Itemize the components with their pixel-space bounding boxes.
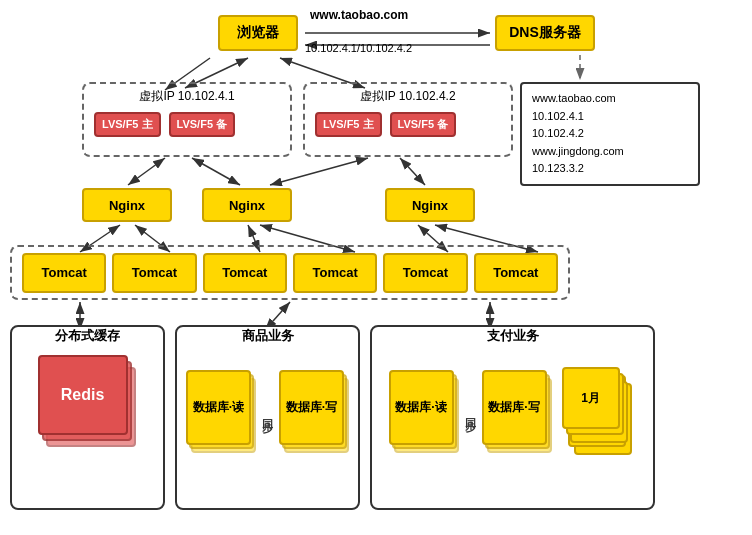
vip2-label: 虚拟IP 10.102.4.2 [360,88,455,105]
tomcat5-box: Tomcat [383,253,467,293]
tomcat1-box: Tomcat [22,253,106,293]
product-title: 商品业务 [177,327,358,345]
product-db-write-box: 数据库·写 [279,370,344,445]
dns-line2: 10.102.4.1 [532,108,688,126]
domain-label-top: www.taobao.com [310,8,408,22]
payment-section: 支付业务 数据库·读 同步 数据库·写 [370,325,655,510]
cache-section: 分布式缓存 Redis [10,325,165,510]
tomcat2-box: Tomcat [112,253,196,293]
redis-box: Redis [38,355,128,435]
lvs-backup2-box: LVS/F5 备 [390,112,457,137]
tomcat6-box: Tomcat [474,253,558,293]
nginx3-box: Nginx [385,188,475,222]
payment-db-read-box: 数据库·读 [389,370,454,445]
nginx1-box: Nginx [82,188,172,222]
dns-line3: 10.102.4.2 [532,125,688,143]
dns-line5: 10.123.3.2 [532,160,688,178]
browser-label: 浏览器 [237,24,279,42]
payment-title: 支付业务 [372,327,653,345]
product-sync-label: 同步 [260,411,275,415]
payment-db-write-box: 数据库·写 [482,370,547,445]
vip1-label: 虚拟IP 10.102.4.1 [139,88,234,105]
svg-line-13 [400,158,425,185]
tomcat3-box: Tomcat [203,253,287,293]
dns-line4: www.jingdong.com [532,143,688,161]
svg-line-11 [192,158,240,185]
browser-box: 浏览器 [218,15,298,51]
vip1-group: 虚拟IP 10.102.4.1 LVS/F5 主 LVS/F5 备 [82,82,292,157]
payment-month-1-box: 1月 [562,367,620,429]
payment-sync-label: 同步 [463,410,478,414]
lvs-backup1-box: LVS/F5 备 [169,112,236,137]
tomcat4-box: Tomcat [293,253,377,293]
svg-line-12 [270,158,368,185]
dns-server-label: DNS服务器 [509,24,581,42]
lvs-main2-box: LVS/F5 主 [315,112,382,137]
dns-server-box: DNS服务器 [495,15,595,51]
vip2-group: 虚拟IP 10.102.4.2 LVS/F5 主 LVS/F5 备 [303,82,513,157]
tomcat-container: Tomcat Tomcat Tomcat Tomcat Tomcat Tomca… [10,245,570,300]
ip-label-top: 10.102.4.1/10.102.4.2 [305,42,412,54]
cache-title: 分布式缓存 [12,327,163,345]
lvs-main1-box: LVS/F5 主 [94,112,161,137]
dns-info-box: www.taobao.com 10.102.4.1 10.102.4.2 www… [520,82,700,186]
product-db-read-box: 数据库·读 [186,370,251,445]
dns-line1: www.taobao.com [532,90,688,108]
nginx2-box: Nginx [202,188,292,222]
product-section: 商品业务 数据库·读 同步 数据库·写 [175,325,360,510]
redis-label: Redis [61,386,105,404]
svg-line-10 [128,158,165,185]
